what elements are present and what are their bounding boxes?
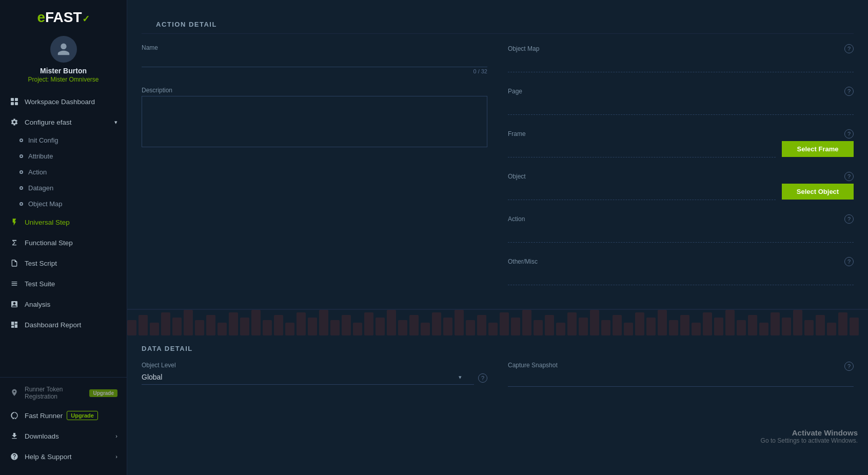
name-input[interactable] [142, 53, 487, 67]
downloads-label: Downloads [25, 432, 59, 440]
sidebar-label: Universal Step [25, 219, 70, 226]
sidebar-item-test-script[interactable]: Test Script [0, 253, 127, 273]
description-input[interactable] [142, 96, 487, 147]
sidebar-item-datagen[interactable]: Datagen [0, 180, 127, 196]
object-map-input[interactable] [508, 55, 854, 69]
svg-rect-48 [624, 323, 633, 335]
object-input[interactable] [508, 183, 776, 196]
svg-rect-54 [692, 323, 701, 335]
page-group: Page ? [508, 87, 854, 115]
chevron-right-icon: › [115, 453, 117, 460]
sidebar-item-test-suite[interactable]: Test Suite [0, 273, 127, 294]
other-misc-input[interactable] [508, 268, 854, 282]
action-help-icon[interactable]: ? [844, 214, 854, 224]
svg-rect-3 [15, 102, 18, 105]
sidebar-item-action[interactable]: Action [0, 164, 127, 180]
chart-icon [9, 299, 19, 309]
sidebar-item-fast-runner[interactable]: Fast Runner Upgrade [0, 405, 127, 426]
action-label: Action [508, 215, 525, 223]
svg-rect-15 [251, 310, 261, 335]
svg-rect-23 [342, 315, 351, 335]
frame-input[interactable] [508, 141, 776, 154]
user-name: Mister Burton [40, 67, 87, 75]
svg-rect-62 [782, 318, 791, 335]
svg-rect-57 [725, 310, 735, 335]
sidebar-item-object-map[interactable]: Object Map [0, 196, 127, 212]
upgrade-badge[interactable]: Upgrade [89, 389, 117, 397]
capture-snapshot-label: Capture Snapshot [508, 362, 558, 369]
capture-snapshot-input[interactable] [508, 373, 854, 387]
svg-rect-34 [466, 320, 475, 335]
svg-rect-33 [455, 310, 464, 335]
lightning-icon [9, 217, 19, 227]
svg-rect-13 [229, 312, 238, 335]
svg-rect-32 [443, 318, 452, 335]
frame-help-icon[interactable]: ? [844, 129, 854, 138]
svg-rect-61 [771, 312, 780, 335]
suite-icon [9, 279, 19, 289]
capture-snapshot-help-icon[interactable]: ? [844, 362, 854, 371]
sidebar-item-attribute[interactable]: Attribute [0, 148, 127, 164]
select-frame-button[interactable]: Select Frame [782, 141, 854, 157]
object-help-icon[interactable]: ? [844, 172, 854, 181]
svg-rect-58 [737, 320, 746, 335]
object-map-help-icon[interactable]: ? [844, 44, 854, 53]
sidebar-item-dashboard-report[interactable]: Dashboard Report [0, 314, 127, 335]
other-misc-help-icon[interactable]: ? [844, 257, 854, 266]
svg-rect-45 [590, 310, 599, 335]
svg-rect-56 [714, 318, 723, 335]
svg-rect-16 [263, 320, 272, 335]
sidebar-item-help-support[interactable]: Help & Support › [0, 446, 127, 467]
sidebar-item-analysis[interactable]: Analysis [0, 294, 127, 314]
capture-snapshot-group: Capture Snapshot ? [508, 362, 854, 387]
sidebar-item-universal-step[interactable]: Universal Step [0, 212, 127, 232]
svg-rect-55 [703, 312, 712, 335]
dot-icon [19, 202, 23, 206]
sidebar-label: Configure efast [25, 118, 72, 126]
object-group: Object ? Select Object [508, 172, 854, 200]
svg-rect-39 [522, 310, 531, 335]
object-level-help-icon[interactable]: ? [478, 373, 487, 383]
page-help-icon[interactable]: ? [844, 87, 854, 96]
token-icon [9, 388, 19, 398]
svg-rect-46 [601, 320, 610, 335]
svg-rect-42 [556, 323, 565, 335]
fast-runner-label: Fast Runner [25, 412, 63, 420]
other-misc-group: Other/Misc ? [508, 257, 854, 285]
svg-rect-43 [567, 312, 577, 335]
svg-rect-68 [850, 318, 859, 335]
sidebar-sub-label: Attribute [28, 152, 53, 160]
object-label: Object [508, 173, 526, 180]
svg-rect-17 [274, 315, 283, 335]
svg-rect-66 [827, 323, 836, 335]
other-misc-label: Other/Misc [508, 258, 538, 265]
select-object-button[interactable]: Select Object [782, 184, 854, 200]
object-level-select[interactable]: Global Local Session [142, 371, 474, 385]
svg-rect-40 [534, 320, 543, 335]
dot-icon [19, 170, 23, 174]
object-map-label: Object Map [508, 45, 539, 52]
sidebar-item-functional-step[interactable]: Functional Step [0, 232, 127, 253]
svg-rect-60 [759, 323, 768, 335]
name-field-group: Name 0 / 32 [142, 44, 487, 74]
sigma-icon [9, 237, 19, 248]
sidebar-item-runner-token[interactable]: Runner Token Registration Upgrade [0, 381, 127, 405]
svg-rect-14 [240, 318, 249, 335]
dot-icon [19, 138, 23, 142]
sidebar-item-init-config[interactable]: Init Config [0, 132, 127, 148]
svg-rect-53 [680, 315, 689, 335]
svg-rect-38 [511, 318, 520, 335]
svg-rect-47 [613, 315, 622, 335]
action-input[interactable] [508, 226, 854, 239]
svg-rect-64 [804, 320, 814, 335]
sidebar: eFAST✓ Mister Burton Project: Mister Omn… [0, 0, 127, 475]
sidebar-item-configure-efast[interactable]: Configure efast ▾ [0, 112, 127, 132]
sidebar-item-downloads[interactable]: Downloads › [0, 426, 127, 446]
upgrade-outline-badge[interactable]: Upgrade [67, 411, 98, 420]
svg-rect-11 [206, 315, 215, 335]
download-icon [9, 431, 19, 441]
svg-rect-2 [11, 102, 14, 105]
sidebar-item-workspace-dashboard[interactable]: Workspace Dashboard [0, 91, 127, 112]
page-input[interactable] [508, 98, 854, 111]
action-group: Action ? [508, 214, 854, 243]
